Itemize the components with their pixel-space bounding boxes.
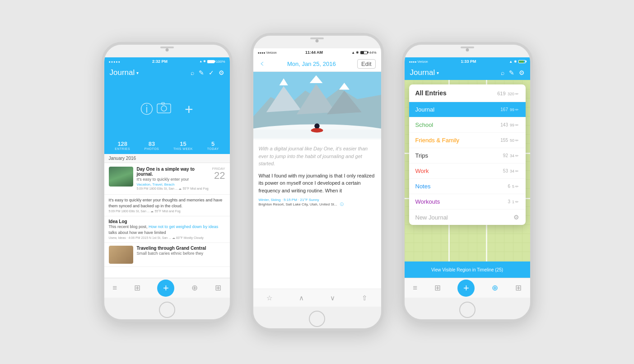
entry-content: Day One is a simple way to journal. It's… xyxy=(137,167,209,191)
back-button[interactable]: ﹤ xyxy=(259,59,266,69)
info-icon[interactable]: ⓘ xyxy=(340,202,344,206)
phone-1-hero: ⓘ + xyxy=(104,80,230,139)
list-item[interactable]: Idea Log This recent blog post, How not … xyxy=(104,216,230,243)
location-detail: Brighton Resort, Salt Lake City, Utah, U… xyxy=(259,202,376,207)
picker-item-new-journal[interactable]: New Journal ⚙ xyxy=(409,210,526,225)
search-icon-3[interactable]: ⌕ xyxy=(501,69,504,76)
bookmark-icon[interactable]: ☆ xyxy=(266,294,272,302)
next-icon[interactable]: ∨ xyxy=(330,294,335,302)
status-signal: ●●●●● xyxy=(109,60,121,63)
picker-item-friends-family[interactable]: Friends & Family 155 50 ✏ xyxy=(409,133,526,148)
map-tab-3[interactable]: ⊕ xyxy=(492,283,498,293)
settings-icon-3[interactable]: ⚙ xyxy=(519,69,525,76)
scene: ●●●●● 2:32 PM ▲ ✱ 100% Journal ▾ xyxy=(93,24,542,340)
journal-list: January 2016 Day One is a simple way to … xyxy=(104,154,230,278)
journal-title[interactable]: Journal ▾ xyxy=(110,68,139,77)
phone-2-status-bar: ●●●● Verizon 11:44 AM ▲ ✱ 44% xyxy=(253,48,381,56)
edit-icon[interactable]: ✎ xyxy=(199,69,204,76)
phone-3-bottom xyxy=(405,298,530,319)
phone-2-header: ﹤ Mon, Jan 25, 2016 Edit xyxy=(253,56,381,72)
stat-this-week: 15 THIS WEEK xyxy=(173,140,193,150)
entry-link[interactable]: How not to get weighed down by ideas xyxy=(149,224,218,229)
photos-tab[interactable]: ⊞ xyxy=(134,283,140,293)
phone-2-screen: ●●●● Verizon 11:44 AM ▲ ✱ 44% ﹤ Mon, Jan… xyxy=(253,48,381,307)
search-icon[interactable]: ⌕ xyxy=(191,69,194,76)
list-tab-3[interactable]: ≡ xyxy=(413,284,417,293)
phone-3-status-bar: ●●●● Verizon 1:33 PM ▲ ✱ xyxy=(405,57,530,65)
map-view[interactable]: All Entries 619 320 ✏ Journal 167 99 ✏ xyxy=(405,80,530,261)
phone-3-header: Journal ▾ ⌕ ✎ ⚙ xyxy=(405,65,530,80)
list-item[interactable]: Day One is a simple way to journal. It's… xyxy=(104,163,230,195)
edit-button[interactable]: Edit xyxy=(357,59,375,69)
home-button[interactable] xyxy=(159,302,175,318)
prev-icon[interactable]: ∧ xyxy=(299,294,304,302)
status-time: 1:33 PM xyxy=(461,59,476,64)
picker-item-count: 167 99 ✏ xyxy=(500,107,519,112)
phone-2-camera xyxy=(316,39,319,42)
day-badge: FRIDAY 22 xyxy=(212,167,225,191)
svg-rect-15 xyxy=(312,128,321,132)
battery-icon xyxy=(518,60,526,63)
entry-date: Mon, Jan 25, 2016 xyxy=(266,61,358,67)
phone-1: ●●●●● 2:32 PM ▲ ✱ 100% Journal ▾ xyxy=(102,42,233,322)
list-item[interactable]: It's easy to quickly enter your thoughts… xyxy=(104,195,230,216)
picker-item-trips[interactable]: Trips 92 34 ✏ xyxy=(409,148,526,163)
phone-1-header: Journal ▾ ⌕ ✎ ✓ ⚙ xyxy=(104,65,230,80)
entry-text: This recent blog post, How not to get we… xyxy=(109,224,225,235)
svg-point-1 xyxy=(161,106,167,111)
svg-rect-0 xyxy=(157,104,171,113)
header-icons: ⌕ ✎ ✓ ⚙ xyxy=(191,69,224,76)
phone-2-shell-top xyxy=(253,36,381,48)
chevron-down-icon: ▾ xyxy=(136,70,139,75)
picker-item-count: 53 34 ✏ xyxy=(503,168,519,173)
entry-text: What I found with my journaling is that … xyxy=(259,172,376,195)
picker-item-count: 143 99 ✏ xyxy=(500,122,519,127)
settings-icon[interactable]: ⚙ xyxy=(219,69,224,76)
photos-tab-3[interactable]: ⊞ xyxy=(434,283,441,293)
phone-1-status-bar: ●●●●● 2:32 PM ▲ ✱ 100% xyxy=(104,57,230,65)
phone-3-screen: ●●●● Verizon 1:33 PM ▲ ✱ Journal ▾ ⌕ ✎ xyxy=(405,57,530,298)
camera-icon[interactable]: ⓘ xyxy=(140,101,171,118)
home-button-3[interactable] xyxy=(459,302,476,318)
journal-title-3[interactable]: Journal ▾ xyxy=(410,68,439,77)
stat-entries: 128 ENTRIES xyxy=(115,140,130,150)
phone-1-camera xyxy=(165,48,168,51)
phone-1-shell-top xyxy=(104,45,230,57)
picker-item-work[interactable]: Work 53 34 ✏ xyxy=(409,163,526,179)
list-item[interactable]: Traveling through Grand Central Small ba… xyxy=(104,243,230,267)
phone-1-bottom xyxy=(104,298,230,319)
home-button-2[interactable] xyxy=(309,311,325,327)
gear-icon[interactable]: ⚙ xyxy=(513,214,519,221)
picker-item-count: 3 1 ✏ xyxy=(508,199,519,204)
check-icon[interactable]: ✓ xyxy=(209,69,214,76)
view-timeline-bar: View Visible Region in Timeline (25) xyxy=(405,261,530,278)
edit-icon-3[interactable]: ✎ xyxy=(509,69,514,76)
stat-today: 5 TODAY xyxy=(207,140,219,150)
list-tab[interactable]: ≡ xyxy=(112,284,117,293)
entry-location: 5:09 PM 1800 Ellis St, San ... ☁ 55°F Mi… xyxy=(109,210,225,213)
picker-item-journal[interactable]: Journal 167 99 ✏ xyxy=(409,102,526,117)
view-timeline-button[interactable]: View Visible Region in Timeline (25) xyxy=(431,267,503,272)
stats-bar: 128 ENTRIES 83 PHOTOS 15 THIS WEEK 5 TOD… xyxy=(104,139,230,154)
picker-item-school[interactable]: School 143 99 ✏ xyxy=(409,117,526,133)
map-tab[interactable]: ⊕ xyxy=(191,283,198,293)
status-signal: ●●●● Verizon xyxy=(258,51,277,54)
picker-item-notes[interactable]: Notes 6 5 ✏ xyxy=(409,179,526,194)
add-button-3[interactable]: + xyxy=(457,280,475,297)
picker-item-count: 6 5 ✏ xyxy=(508,184,519,189)
add-entry-icon[interactable]: + xyxy=(185,101,193,118)
entry-image xyxy=(253,72,381,140)
entry-toolbar: ☆ ∧ ∨ ⇧ xyxy=(253,289,381,307)
entry-thumbnail-2 xyxy=(109,246,133,264)
journal-picker: All Entries 619 320 ✏ Journal 167 99 ✏ xyxy=(409,84,526,225)
status-battery: ▲ ✱ 100% xyxy=(199,60,225,64)
phone-3-camera xyxy=(466,48,469,51)
add-button[interactable]: + xyxy=(157,280,174,297)
entry-thumbnail xyxy=(109,167,133,187)
share-icon[interactable]: ⇧ xyxy=(362,294,368,302)
header-icons-3: ⌕ ✎ ⚙ xyxy=(501,69,525,76)
entry-body: With a digital journal like Day One, it'… xyxy=(253,140,381,289)
picker-item-workouts[interactable]: Workouts 3 1 ✏ xyxy=(409,194,526,210)
calendar-tab[interactable]: ⊞ xyxy=(215,283,221,293)
calendar-tab-3[interactable]: ⊞ xyxy=(515,283,522,293)
